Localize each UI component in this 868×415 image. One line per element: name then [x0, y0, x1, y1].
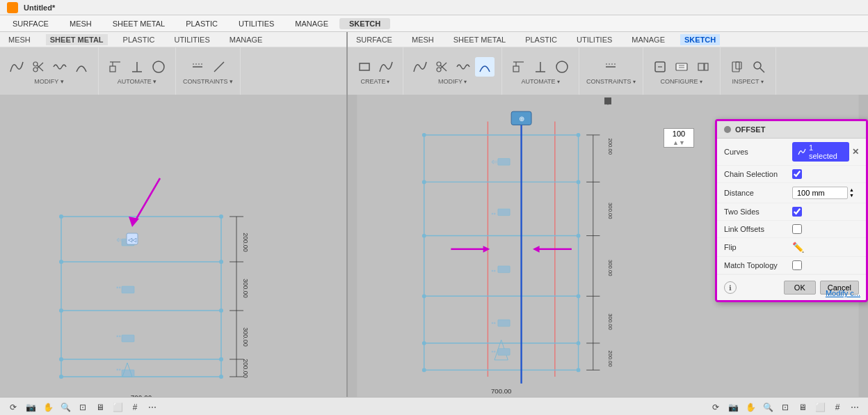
tab-sketch[interactable]: SKETCH	[339, 18, 390, 29]
right-tab-manage[interactable]: MANAGE	[627, 34, 669, 45]
bottom-zoomfit2-icon[interactable]: ⊡	[778, 400, 793, 415]
bottom-box4-icon[interactable]: ⬜	[812, 400, 828, 415]
match-topology-checkbox[interactable]	[792, 260, 802, 270]
right-modify-label[interactable]: MODIFY ▾	[438, 78, 467, 85]
right-inspect2-icon[interactable]	[749, 57, 769, 77]
right-circle2-icon[interactable]	[552, 57, 572, 77]
value-input-box[interactable]: 100 ▲▼	[664, 128, 694, 148]
svg-point-95	[422, 180, 426, 184]
bottom-zoomfit-icon[interactable]: ⊡	[75, 400, 90, 415]
left-line-icon[interactable]	[209, 57, 229, 77]
bottom-monitor2-icon[interactable]: 🖥	[795, 400, 810, 415]
bottom-dots-icon[interactable]: ⋯	[145, 400, 160, 415]
right-tab-sketch[interactable]: SKETCH	[680, 34, 720, 45]
right-config3-icon[interactable]	[693, 57, 713, 77]
link-offsets-row: Link Offsets	[717, 221, 866, 238]
left-modify-group: MODIFY ▾	[0, 47, 99, 95]
right-inspect1-icon[interactable]	[728, 57, 747, 77]
tab-sheet-metal[interactable]: SHEET METAL	[103, 18, 175, 29]
right-canvas[interactable]: ⊕ ⇐ ▪▪ ▪▪ ▪▪ ▪▪	[348, 95, 868, 397]
right-tab-mesh[interactable]: MESH	[408, 34, 438, 45]
right-constraints-label[interactable]: CONSTRAINTS ▾	[586, 78, 636, 85]
left-scissors-icon[interactable]	[29, 57, 48, 77]
right-arc2-icon[interactable]	[475, 57, 495, 77]
right-create-label[interactable]: CREATE ▾	[361, 78, 390, 85]
bottom-zoom2-icon[interactable]: 🔍	[760, 400, 775, 415]
chain-selection-checkbox[interactable]	[792, 169, 802, 179]
left-modify-label[interactable]: MODIFY ▾	[34, 78, 63, 85]
svg-text:▪▪: ▪▪	[116, 366, 122, 373]
right-bend2-icon[interactable]	[509, 57, 529, 77]
bottom-box3-icon[interactable]: ⬜	[110, 400, 125, 415]
left-tab-mesh[interactable]: MESH	[4, 34, 35, 45]
left-circle-icon[interactable]	[149, 57, 168, 77]
svg-line-63	[441, 63, 447, 68]
bottom-pan-icon[interactable]: ✋	[40, 400, 56, 415]
bottom-camera-icon[interactable]: 📷	[23, 400, 38, 415]
distance-down-icon[interactable]: ▼	[849, 193, 856, 198]
left-constraints-label[interactable]: CONSTRAINTS ▾	[183, 78, 233, 85]
right-tab-utilities[interactable]: UTILITIES	[572, 34, 616, 45]
distance-spinners[interactable]: ▲ ▼	[849, 187, 856, 198]
right-config2-icon[interactable]	[672, 57, 691, 77]
bottom-zoom-icon[interactable]: 🔍	[58, 400, 73, 415]
offset-panel-title: OFFSET	[735, 125, 765, 134]
right-constraints-group: CONSTRAINTS ▾	[579, 47, 643, 95]
bottom-monitor-icon[interactable]: 🖥	[93, 400, 108, 415]
svg-line-3	[38, 65, 44, 71]
info-icon[interactable]: ℹ	[724, 281, 737, 294]
bottom-pan2-icon[interactable]: ✋	[743, 400, 758, 415]
distance-input[interactable]	[792, 187, 848, 199]
link-offsets-checkbox[interactable]	[792, 224, 802, 234]
left-tab-manage[interactable]: MANAGE	[225, 34, 267, 45]
curves-close-icon[interactable]: ✕	[852, 147, 859, 157]
right-curve2-icon[interactable]	[410, 57, 430, 77]
tab-manage[interactable]: MANAGE	[285, 18, 338, 29]
left-tab-sheet-metal[interactable]: SHEET METAL	[46, 34, 108, 45]
right-tab-sheet-metal[interactable]: SHEET METAL	[449, 34, 510, 45]
right-tab-plastic[interactable]: PLASTIC	[521, 34, 561, 45]
modify-link[interactable]: Modify c...	[820, 286, 866, 300]
two-sides-checkbox[interactable]	[792, 207, 802, 217]
right-tab-surface[interactable]: SURFACE	[352, 34, 396, 45]
svg-rect-78	[705, 63, 708, 70]
value-input-display: 100	[673, 130, 685, 138]
left-arc-icon[interactable]	[72, 57, 91, 77]
right-wave2-icon[interactable]	[376, 57, 396, 77]
tab-mesh[interactable]: MESH	[60, 18, 102, 29]
curves-selector[interactable]: 1 selected	[792, 142, 849, 162]
right-constraint2-icon[interactable]	[601, 57, 620, 77]
bottom-grid2-icon[interactable]: #	[830, 400, 845, 415]
tab-utilities[interactable]: UTILITIES	[229, 18, 284, 29]
tab-surface[interactable]: SURFACE	[3, 18, 58, 29]
bottom-rotate-icon[interactable]: ⟳	[6, 400, 21, 415]
left-wave-icon[interactable]	[50, 57, 70, 77]
right-automate-label[interactable]: AUTOMATE ▾	[521, 78, 559, 85]
right-config1-icon[interactable]	[650, 57, 670, 77]
tab-plastic[interactable]: PLASTIC	[176, 18, 227, 29]
left-tab-plastic[interactable]: PLASTIC	[119, 34, 159, 45]
bottom-dots2-icon[interactable]: ⋯	[847, 400, 862, 415]
left-constraint-icon[interactable]	[188, 57, 207, 77]
bottom-camera2-icon[interactable]: 📷	[725, 400, 741, 415]
distance-up-icon[interactable]: ▲	[849, 187, 856, 193]
svg-point-94	[577, 133, 581, 137]
bottom-grid-icon[interactable]: #	[127, 400, 143, 415]
right-inspect-label[interactable]: INSPECT ▾	[732, 78, 764, 85]
right-wave3-icon[interactable]	[453, 57, 473, 77]
left-bend-icon[interactable]	[106, 57, 125, 77]
flip-button[interactable]: ✏️	[792, 242, 804, 253]
right-box2-icon[interactable]	[531, 57, 550, 77]
right-rect-icon[interactable]	[355, 57, 374, 77]
left-box-icon[interactable]	[127, 57, 147, 77]
left-automate-label[interactable]: AUTOMATE ▾	[118, 78, 157, 85]
bottom-rotate2-icon[interactable]: ⟳	[708, 400, 723, 415]
center-dot	[604, 97, 611, 104]
svg-rect-64	[513, 66, 519, 72]
ok-button[interactable]: OK	[784, 281, 816, 295]
right-configure-label[interactable]: CONFIGURE ▾	[661, 78, 702, 85]
left-tab-utilities[interactable]: UTILITIES	[170, 34, 214, 45]
left-curve-icon[interactable]	[7, 57, 26, 77]
left-canvas[interactable]: 200.00 300.00 300.00 200.00 700.00	[0, 95, 346, 397]
right-scissors2-icon[interactable]	[432, 57, 451, 77]
